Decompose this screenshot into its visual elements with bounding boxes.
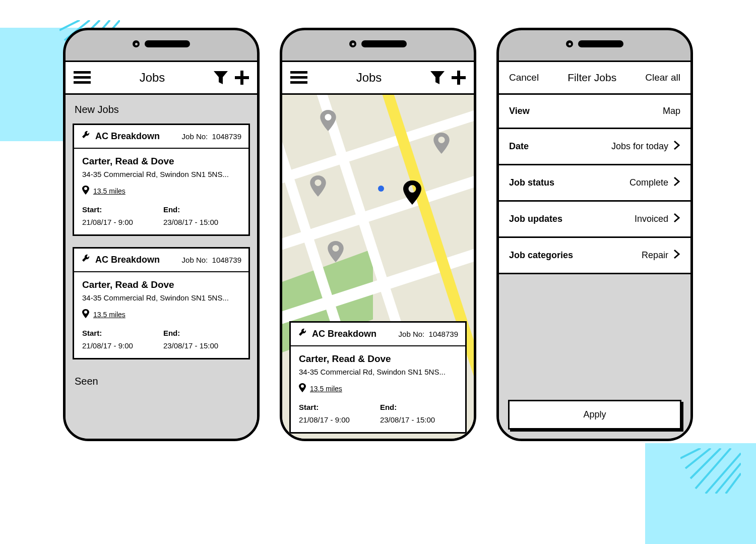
filter-value: Jobs for today (611, 141, 668, 152)
svg-rect-14 (74, 71, 91, 74)
map-pin[interactable] (328, 241, 344, 262)
map-pin[interactable] (310, 175, 326, 197)
jobno-label: Job No: (182, 256, 208, 264)
distance[interactable]: 13.5 miles (310, 385, 342, 393)
start-label: Start: (299, 403, 350, 411)
customer-name: Carter, Read & Dove (82, 279, 240, 290)
jobno-label: Job No: (399, 330, 425, 338)
filter-label: Job categories (509, 250, 573, 261)
filter-label: View (509, 106, 530, 116)
customer-name: Carter, Read & Dove (299, 353, 457, 365)
start-time: 21/08/17 - 9:00 (299, 415, 350, 424)
clear-all-button[interactable]: Clear all (645, 72, 680, 83)
svg-rect-21 (290, 76, 307, 79)
svg-line-13 (726, 473, 741, 494)
end-time: 23/08/17 - 15:00 (380, 415, 435, 424)
end-label: End: (163, 329, 218, 337)
job-card[interactable]: AC Breakdown Job No: 1048739 Carter, Rea… (73, 247, 250, 359)
job-type: AC Breakdown (312, 329, 376, 339)
menu-icon[interactable] (74, 71, 91, 84)
jobno-value: 1048739 (212, 132, 241, 141)
svg-rect-22 (290, 81, 307, 84)
address: 34-35 Commercial Rd, Swindon SN1 5NS... (82, 170, 240, 178)
start-time: 21/08/17 - 9:00 (82, 341, 133, 350)
map-pin[interactable] (320, 110, 336, 131)
chevron-right-icon (673, 213, 680, 225)
add-icon[interactable] (235, 71, 249, 85)
end-label: End: (380, 403, 435, 411)
wrench-icon (81, 130, 91, 143)
filter-label: Job updates (509, 214, 562, 224)
filter-value: Map (663, 106, 680, 116)
add-icon[interactable] (452, 71, 466, 85)
jobno-value: 1048739 (429, 330, 458, 338)
jobno-label: Job No: (182, 132, 208, 141)
filter-row-date[interactable]: Date Jobs for today (499, 128, 690, 164)
phone-jobs-map: Jobs (280, 28, 476, 441)
filter-icon[interactable] (214, 71, 228, 84)
filter-row-status[interactable]: Job status Complete (499, 164, 690, 200)
filter-row-view[interactable]: View Map (499, 95, 690, 128)
svg-marker-17 (214, 71, 228, 84)
phone-hardware (566, 40, 623, 47)
start-time: 21/08/17 - 9:00 (82, 218, 133, 226)
cancel-button[interactable]: Cancel (509, 72, 539, 83)
end-time: 23/08/17 - 15:00 (163, 341, 218, 350)
pin-icon (299, 383, 306, 394)
start-label: Start: (82, 329, 133, 337)
phone-filter-jobs: Cancel Filter Jobs Clear all View Map Da… (496, 28, 693, 441)
filter-value: Repair (642, 250, 668, 261)
wrench-icon (81, 254, 91, 266)
chevron-right-icon (673, 140, 680, 153)
svg-rect-19 (235, 76, 249, 79)
topbar: Jobs (66, 61, 257, 95)
map-pin[interactable] (433, 133, 450, 154)
current-location-dot (378, 186, 384, 192)
end-time: 23/08/17 - 15:00 (163, 218, 218, 226)
wrench-icon (298, 328, 308, 340)
address: 34-35 Commercial Rd, Swindon SN1 5NS... (299, 368, 457, 376)
svg-rect-16 (74, 81, 91, 84)
svg-line-7 (680, 448, 701, 458)
chevron-right-icon (673, 176, 680, 189)
job-type: AC Breakdown (95, 255, 160, 265)
filter-row-updates[interactable]: Job updates Invoiced (499, 200, 690, 236)
section-new-jobs: New Jobs (66, 95, 257, 119)
map-pin-selected[interactable] (403, 180, 421, 205)
svg-rect-20 (290, 71, 307, 74)
menu-icon[interactable] (290, 71, 307, 84)
phone-hardware (133, 40, 190, 47)
chevron-right-icon (673, 249, 680, 262)
page-title: Filter Jobs (568, 72, 616, 84)
apply-button[interactable]: Apply (508, 400, 681, 430)
phone-jobs-list: Jobs New Jobs AC (63, 28, 260, 441)
filter-label: Job status (509, 177, 554, 188)
jobno-value: 1048739 (212, 256, 241, 264)
page-title: Jobs (356, 71, 382, 85)
pin-icon (82, 186, 89, 196)
distance[interactable]: 13.5 miles (93, 187, 125, 195)
filter-value: Invoiced (635, 214, 668, 224)
svg-rect-15 (74, 76, 91, 79)
topbar: Jobs (282, 61, 474, 95)
svg-marker-23 (430, 71, 445, 84)
section-seen: Seen (66, 367, 257, 391)
filter-icon[interactable] (430, 71, 445, 84)
distance[interactable]: 13.5 miles (93, 311, 125, 319)
bg-decor-stripes (680, 448, 741, 494)
svg-rect-25 (452, 76, 466, 79)
pin-icon (82, 309, 89, 320)
job-card[interactable]: AC Breakdown Job No: 1048739 Carter, Rea… (73, 124, 250, 236)
start-label: Start: (82, 205, 133, 214)
customer-name: Carter, Read & Dove (82, 156, 240, 167)
end-label: End: (163, 205, 218, 214)
address: 34-35 Commercial Rd, Swindon SN1 5NS... (82, 293, 240, 302)
filter-label: Date (509, 141, 529, 152)
job-type: AC Breakdown (95, 131, 160, 142)
filter-value: Complete (629, 177, 668, 188)
filter-row-categories[interactable]: Job categories Repair (499, 236, 690, 273)
map[interactable]: AC Breakdown Job No: 1048739 Carter, Rea… (282, 95, 474, 439)
page-title: Jobs (140, 71, 165, 85)
job-card[interactable]: AC Breakdown Job No: 1048739 Carter, Rea… (289, 321, 467, 434)
filter-topbar: Cancel Filter Jobs Clear all (499, 61, 690, 95)
